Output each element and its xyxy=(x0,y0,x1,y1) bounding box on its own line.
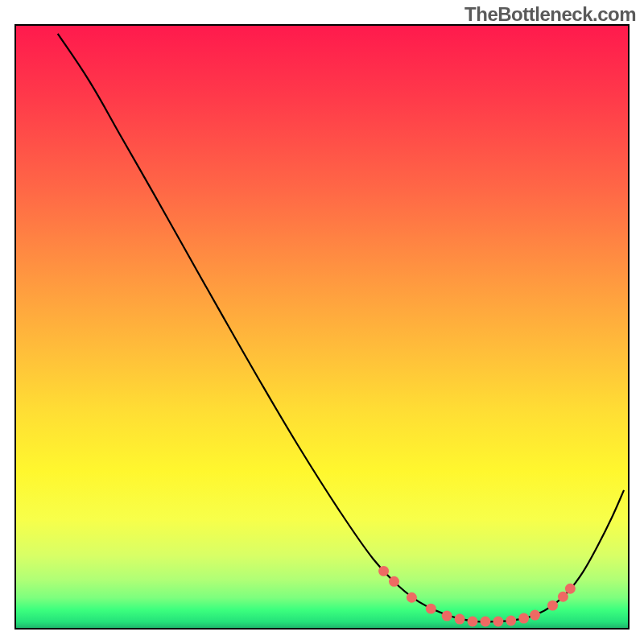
curve-marker-dot xyxy=(389,576,399,587)
chart-plot-area xyxy=(14,24,630,630)
curve-marker-dot xyxy=(547,601,558,611)
curve-marker-dot xyxy=(407,592,417,603)
watermark-text: TheBottleneck.com xyxy=(464,3,636,26)
curve-marker-dot xyxy=(426,604,436,614)
curve-marker-dot xyxy=(455,614,465,625)
curve-marker-dot xyxy=(493,617,503,627)
curve-marker-dot xyxy=(565,584,576,594)
curve-marker-dot xyxy=(442,611,452,621)
curve-marker-dot xyxy=(518,613,529,624)
curve-marker-dot xyxy=(480,617,490,627)
bottleneck-curve-path xyxy=(58,34,624,622)
curve-marker-dot xyxy=(558,592,568,602)
curve-marker-dot xyxy=(530,610,540,621)
curve-marker-dot xyxy=(468,617,478,627)
bottleneck-curve-svg xyxy=(16,26,628,628)
marker-group xyxy=(378,566,576,627)
curve-marker-dot xyxy=(378,566,389,576)
curve-marker-dot xyxy=(506,616,516,626)
